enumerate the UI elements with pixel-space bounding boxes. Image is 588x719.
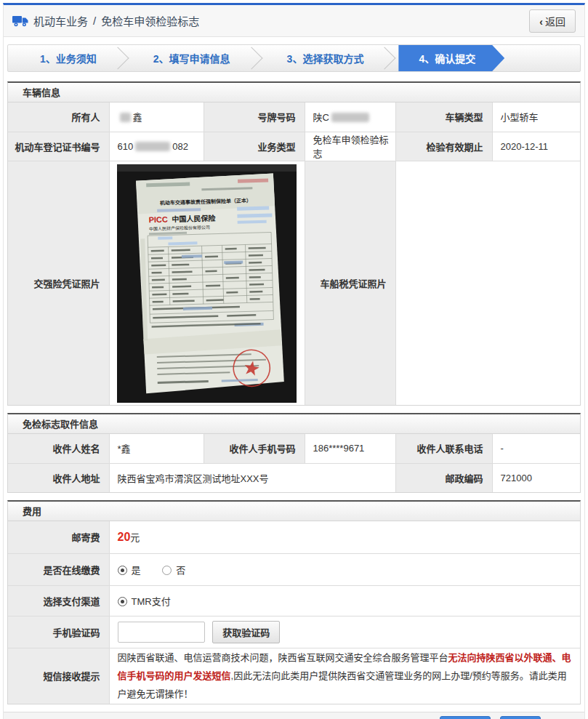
radio-option-label: 是	[132, 565, 141, 576]
page-footer: 上一步 完成	[4, 712, 584, 719]
masked-text	[120, 113, 131, 122]
table-row: 选择支付渠道 TMR支付	[8, 585, 580, 616]
vehicle-info-header: 车辆信息	[8, 83, 580, 103]
masked-text	[135, 142, 170, 151]
reg-cert-value: 610082	[109, 132, 204, 161]
step-1-notice[interactable]: 1、业务须知	[8, 45, 107, 71]
back-chevron-icon: ‹	[539, 16, 543, 28]
postage-label: 邮寄费	[8, 521, 109, 553]
sms-notice-text: 因陕西省联通、电信运营商技术问题，陕西省互联网交通安全综合服务管理平台无法向持陕…	[109, 648, 580, 704]
recipient-address-value: 陕西省宝鸡市渭滨区测试地址XXX号	[109, 463, 395, 492]
radio-checked-icon[interactable]	[118, 566, 127, 575]
postage-value: 20元	[109, 521, 580, 553]
table-row: 收件人地址 陕西省宝鸡市渭滨区测试地址XXX号 邮政编码 721000	[8, 463, 580, 492]
insurance-photo-cell: 机动车交通事故责任强制保险单（正本） PICC 中国人民保险 中国人民财产保险股…	[109, 161, 305, 405]
recipient-mobile-label: 收件人手机号码	[204, 434, 305, 463]
vehicle-type-label: 车辆类型	[395, 103, 492, 132]
recipient-phone-label: 收件人联系电话	[395, 434, 492, 463]
step-wizard: 1、业务须知 2、填写申请信息 3、选择获取方式 4、确认提交	[7, 44, 581, 72]
step-4-confirm-submit[interactable]: 4、确认提交	[398, 45, 504, 71]
svg-text:中国人民保险: 中国人民保险	[172, 213, 216, 223]
postage-amount: 20	[118, 531, 131, 543]
pay-channel-options: TMR支付	[109, 585, 580, 616]
plate-value: 陕C	[305, 103, 395, 132]
pickup-info-section: 免检标志取件信息 收件人姓名 *鑫 收件人手机号码 186****9671 收件…	[7, 413, 581, 493]
insurance-photo-label: 交强险凭证照片	[8, 161, 109, 405]
truck-icon	[12, 15, 28, 27]
back-button[interactable]: ‹返回	[529, 9, 576, 33]
table-row: 邮寄费 20元	[8, 521, 580, 553]
recipient-name-label: 收件人姓名	[8, 434, 109, 463]
svg-text:PICC: PICC	[148, 214, 168, 224]
page-header: 机动车业务 / 免检车申领检验标志 ‹返回	[4, 5, 584, 37]
valid-until-label: 检验有效期止	[395, 132, 492, 161]
page-body: 1、业务须知 2、填写申请信息 3、选择获取方式 4、确认提交 车辆信息 所有人…	[4, 37, 584, 704]
radio-option-label: TMR支付	[132, 596, 171, 607]
owner-value: 鑫	[109, 103, 204, 132]
plate-label: 号牌号码	[204, 103, 305, 132]
done-button[interactable]: 完成	[500, 716, 541, 719]
table-row: 交强险凭证照片 机动车交通	[8, 161, 580, 405]
recipient-phone-value: -	[492, 434, 580, 463]
recipient-mobile-value: 186****9671	[305, 434, 395, 463]
back-button-label: 返回	[545, 16, 565, 28]
online-pay-options: 是 否	[109, 553, 580, 585]
pickup-info-table: 收件人姓名 *鑫 收件人手机号码 186****9671 收件人联系电话 - 收…	[8, 434, 580, 492]
biz-type-label: 业务类型	[204, 132, 305, 161]
postage-unit: 元	[130, 532, 140, 543]
table-row: 收件人姓名 *鑫 收件人手机号码 186****9671 收件人联系电话 -	[8, 434, 580, 463]
online-pay-label: 是否在线缴费	[8, 553, 109, 585]
notice-text: 因陕西省联通、电信运营商技术问题，陕西省互联网交通安全综合服务管理平台	[118, 652, 448, 663]
tax-photo-label: 车船税凭证照片	[305, 161, 395, 405]
fee-section: 费用 邮寄费 20元 是否在线缴费 是 否 选择支付渠道 T	[7, 500, 581, 704]
fee-table: 邮寄费 20元 是否在线缴费 是 否 选择支付渠道 TMR支付	[8, 521, 580, 704]
section-title: 机动车业务	[33, 13, 88, 28]
masked-text	[331, 113, 369, 122]
radio-option-label: 否	[176, 565, 185, 576]
reg-cert-label: 机动车登记证书编号	[8, 132, 109, 161]
zipcode-value: 721000	[492, 463, 580, 492]
vehicle-type-value: 小型轿车	[492, 103, 580, 132]
vehicle-info-section: 车辆信息 所有人 鑫 号牌号码 陕C 车辆类型 小型轿车 机动车登记证书编号 6…	[7, 81, 581, 406]
insurance-photo[interactable]: 机动车交通事故责任强制保险单（正本） PICC 中国人民保险 中国人民财产保险股…	[117, 164, 297, 403]
chevron-right-icon	[374, 47, 396, 69]
sms-code-cell: 获取验证码	[109, 616, 580, 648]
vehicle-info-table: 所有人 鑫 号牌号码 陕C 车辆类型 小型轿车 机动车登记证书编号 610082…	[8, 103, 580, 405]
pay-channel-label: 选择支付渠道	[8, 585, 109, 616]
biz-type-value: 免检车申领检验标志	[305, 132, 395, 161]
radio-unchecked-icon[interactable]	[162, 566, 172, 575]
get-sms-code-button[interactable]: 获取验证码	[212, 621, 280, 643]
step-3-pickup-method[interactable]: 3、选择获取方式	[255, 45, 374, 71]
radio-option-no[interactable]: 否	[162, 565, 185, 576]
pickup-info-header: 免检标志取件信息	[8, 414, 580, 434]
fee-header: 费用	[8, 502, 580, 521]
tax-photo-cell	[395, 161, 580, 405]
table-row: 手机验证码 获取验证码	[8, 616, 580, 648]
table-row: 是否在线缴费 是 否	[8, 553, 580, 585]
table-row: 机动车登记证书编号 610082 业务类型 免检车申领检验标志 检验有效期止 2…	[8, 132, 580, 161]
page-container: 机动车业务 / 免检车申领检验标志 ‹返回 1、业务须知 2、填写申请信息 3、…	[3, 3, 585, 719]
radio-option-yes[interactable]: 是	[118, 565, 141, 576]
owner-label: 所有人	[8, 103, 109, 132]
sms-notice-label: 短信接收提示	[8, 648, 109, 704]
recipient-name-value: *鑫	[109, 434, 204, 463]
sms-code-label: 手机验证码	[8, 616, 109, 648]
table-row: 所有人 鑫 号牌号码 陕C 车辆类型 小型轿车	[8, 103, 580, 132]
sms-code-input[interactable]	[118, 622, 205, 643]
page-title: 免检车申领检验标志	[101, 13, 199, 28]
zipcode-label: 邮政编码	[395, 463, 492, 492]
prev-step-button[interactable]: 上一步	[440, 716, 491, 719]
radio-checked-icon[interactable]	[118, 597, 127, 606]
radio-option-tmr-pay[interactable]: TMR支付	[118, 596, 171, 607]
recipient-address-label: 收件人地址	[8, 463, 109, 492]
breadcrumb-separator: /	[93, 15, 96, 27]
breadcrumb: 机动车业务 / 免检车申领检验标志	[12, 13, 199, 28]
table-row: 短信接收提示 因陕西省联通、电信运营商技术问题，陕西省互联网交通安全综合服务管理…	[8, 648, 580, 704]
step-2-fill-info[interactable]: 2、填写申请信息	[121, 45, 241, 71]
valid-until-value: 2020-12-11	[492, 132, 580, 161]
